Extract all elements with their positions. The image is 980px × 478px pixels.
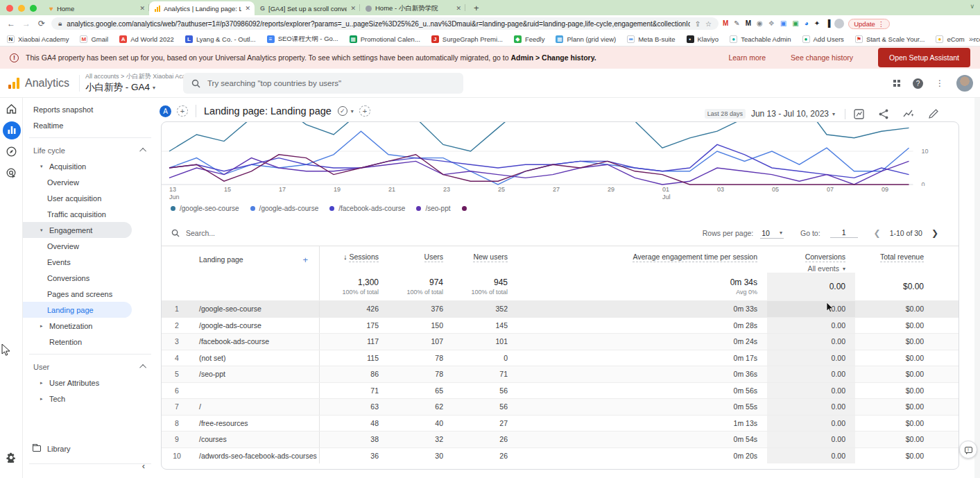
edge-extension-icon[interactable]: ◕ xyxy=(805,20,809,27)
table-row[interactable]: 1/google-seo-course4263763520m 33s0.00$0… xyxy=(162,300,958,317)
expand-down-icon[interactable]: ▾ xyxy=(40,228,44,233)
table-row[interactable]: 5/seo-ppt8678710m 36s0.00$0.00 xyxy=(162,366,958,382)
bookmarks-overflow-icon[interactable]: » xyxy=(965,35,973,43)
bookmark-item[interactable]: ∞Meta B-suite xyxy=(627,35,675,43)
home-nav-icon[interactable] xyxy=(0,98,23,119)
close-window-icon[interactable] xyxy=(6,5,13,12)
bookmark-item[interactable]: AAd World 2022 xyxy=(119,35,174,43)
col-header-sessions[interactable]: ↓Sessions xyxy=(320,246,388,273)
dark-m-extension-icon[interactable]: M xyxy=(746,20,751,27)
report-caret-icon[interactable]: ▾ xyxy=(351,108,354,114)
insights-icon[interactable] xyxy=(903,109,914,119)
col-header-total-revenue[interactable]: Total revenue xyxy=(855,246,958,273)
tab-close-icon[interactable]: ✕ xyxy=(350,5,356,12)
cell-landing-page[interactable]: /seo-ppt xyxy=(192,366,320,382)
table-row[interactable]: 3/facebook-ads-course1171071010m 24s0.00… xyxy=(162,333,958,350)
kebab-menu-icon[interactable]: ⋮ xyxy=(936,78,944,88)
apps-grid-icon[interactable] xyxy=(893,80,900,87)
analytics-logo[interactable]: Analytics xyxy=(0,77,78,89)
admin-gear-icon[interactable] xyxy=(0,447,23,468)
minimize-window-icon[interactable] xyxy=(18,5,25,12)
edit-report-icon[interactable] xyxy=(929,109,938,119)
expand-right-icon[interactable]: ▸ xyxy=(40,396,44,402)
goto-page-input[interactable]: 1 xyxy=(830,228,858,238)
bookmark-item[interactable]: ▦Promotional Calen... xyxy=(350,35,420,43)
chrome-profile-avatar[interactable] xyxy=(834,19,844,28)
sidebar-extension-icon[interactable]: ▐ xyxy=(825,20,830,27)
url-text[interactable]: analytics.google.com/analytics/web/?auth… xyxy=(67,20,689,28)
sidebar-item-user[interactable]: User xyxy=(23,359,157,375)
bookmark-item[interactable]: NXiaobai Academy xyxy=(7,35,69,43)
cell-landing-page[interactable]: /courses xyxy=(192,432,320,447)
scrollbar[interactable] xyxy=(974,98,980,478)
cell-landing-page[interactable]: /facebook-ads-course xyxy=(192,334,320,350)
sidebar-item-library[interactable]: Library xyxy=(23,441,157,456)
back-icon[interactable]: ← xyxy=(6,19,17,28)
sidebar-item-user-attributes[interactable]: ▸User Attributes xyxy=(23,375,157,391)
table-row[interactable]: 4(not set)1157800m 17s0.00$0.00 xyxy=(162,350,958,366)
bookmark-item[interactable]: ⚑Start & Scale Your... xyxy=(855,35,925,43)
sidebar-item-reports-snapshot[interactable]: Reports snapshot xyxy=(23,101,157,117)
bookmark-item[interactable]: ●eCommerce Case... xyxy=(936,35,980,43)
section-collapse-icon[interactable] xyxy=(139,148,146,155)
tabstrip-chevron-icon[interactable]: ∨ xyxy=(970,3,974,10)
sidebar-item-overview[interactable]: Overview xyxy=(23,174,157,190)
col-header-users[interactable]: Users xyxy=(388,246,453,273)
cell-landing-page[interactable]: /google-seo-course xyxy=(192,301,320,317)
sidebar-item-events[interactable]: Events xyxy=(23,254,157,270)
legend-item[interactable]: /facebook-ads-course xyxy=(329,205,405,212)
legend-item[interactable]: /google-ads-course xyxy=(250,205,319,212)
url-field[interactable]: 🔒︎ analytics.google.com/analytics/web/?a… xyxy=(51,17,719,30)
col-header-conversions[interactable]: ConversionsAll events▾ xyxy=(767,246,855,273)
browser-tab[interactable]: Home - 小白新势学院✕ xyxy=(360,1,465,15)
forward-icon[interactable]: → xyxy=(21,19,32,28)
prev-page-icon[interactable]: ❮ xyxy=(872,228,883,238)
blue-extension-icon[interactable]: ▣ xyxy=(780,20,786,27)
add-dimension-icon[interactable]: + xyxy=(302,255,308,265)
sidebar-item-overview[interactable]: Overview xyxy=(23,238,157,254)
zoom-window-icon[interactable] xyxy=(30,5,37,12)
legend-item[interactable] xyxy=(462,206,467,211)
tab-close-icon[interactable]: ✕ xyxy=(245,5,250,12)
gmail-extension-icon[interactable]: M xyxy=(723,20,728,27)
cell-landing-page[interactable]: /adwords-seo-facebook-ads-courses xyxy=(192,448,320,464)
col-header-avg-engagement[interactable]: Average engagement time per session xyxy=(517,246,767,273)
expand-right-icon[interactable]: ▸ xyxy=(40,323,44,329)
table-row[interactable]: 9/courses3832260m 54s0.00$0.00 xyxy=(162,431,958,447)
section-collapse-icon[interactable] xyxy=(139,364,146,371)
share-page-icon[interactable]: ⇪ xyxy=(695,20,700,28)
chrome-update-button[interactable]: Update ⋮ xyxy=(848,19,890,29)
sidebar-item-pages-and-screens[interactable]: Pages and screens xyxy=(23,286,157,302)
account-switcher[interactable]: All accounts > 小白新势 Xiaobai Acade.. 小白新势… xyxy=(85,72,196,94)
sidebar-item-engagement[interactable]: ▾Engagement xyxy=(23,222,132,238)
bookmark-item[interactable]: JSurgeGraph Premi... xyxy=(431,35,503,43)
bookmark-item[interactable]: MGmail xyxy=(80,35,108,43)
tab-close-icon[interactable]: ✕ xyxy=(139,5,145,12)
table-row[interactable]: 10/adwords-seo-facebook-ads-courses36302… xyxy=(162,447,958,464)
cell-landing-page[interactable]: /google-ads-course xyxy=(192,318,320,334)
table-search-input[interactable]: Search... xyxy=(171,229,703,237)
reload-icon[interactable]: ⟳ xyxy=(36,19,47,28)
bookmark-item[interactable]: LLyang & Co. - Outl... xyxy=(185,35,256,43)
bookmark-item[interactable]: ≡SEO课程大纲 - Go... xyxy=(267,35,338,44)
window-controls[interactable] xyxy=(0,5,44,15)
edit-comparisons-icon[interactable] xyxy=(854,109,864,119)
advertising-nav-icon[interactable] xyxy=(0,162,23,184)
cell-landing-page[interactable]: / xyxy=(192,399,320,415)
puzzle-extension-icon[interactable]: ✦ xyxy=(814,20,820,27)
sidebar-item-monetization[interactable]: ▸Monetization xyxy=(23,318,157,334)
bookmark-star-icon[interactable]: ☆ xyxy=(705,20,712,28)
camera-extension-icon[interactable]: ◉ xyxy=(757,20,763,27)
explore-nav-icon[interactable] xyxy=(0,141,23,162)
pen-extension-icon[interactable]: ✎ xyxy=(734,20,739,27)
table-row[interactable]: 67165560m 56s0.00$0.00 xyxy=(162,382,958,399)
bookmark-item[interactable]: ◆Feedly xyxy=(514,35,545,43)
search-input[interactable]: Try searching "top countries by users" xyxy=(183,73,463,94)
update-kebab-icon[interactable]: ⋮ xyxy=(878,20,885,28)
sidebar-item-tech[interactable]: ▸Tech xyxy=(23,391,157,407)
next-page-icon[interactable]: ❯ xyxy=(929,228,940,238)
secure-lock-icon[interactable]: 🔒︎ xyxy=(58,19,62,28)
help-icon[interactable]: ? xyxy=(913,78,923,89)
sidebar-item-user-acquisition[interactable]: User acquisition xyxy=(23,190,157,206)
table-row[interactable]: 7/6362560m 55s0.00$0.00 xyxy=(162,398,958,415)
